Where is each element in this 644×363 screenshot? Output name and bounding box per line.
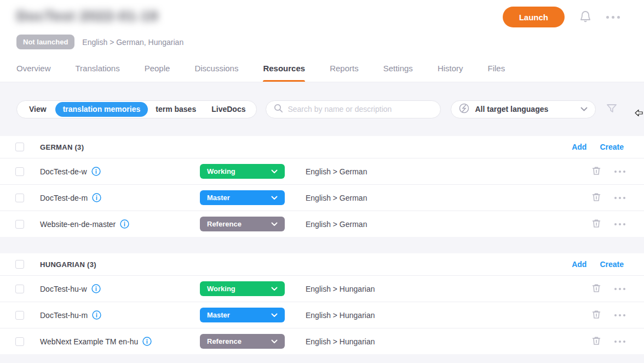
chevron-down-icon xyxy=(271,285,278,293)
tab-resources[interactable]: Resources xyxy=(263,64,305,82)
view-option-livedocs[interactable]: LiveDocs xyxy=(204,102,253,117)
tab-files[interactable]: Files xyxy=(488,64,505,82)
row-checkbox[interactable] xyxy=(15,220,24,229)
table-row: WebNext Example TM en-hu Reference Engli… xyxy=(0,328,644,354)
main-tabs: Overview Translations People Discussions… xyxy=(16,64,530,82)
delete-button[interactable] xyxy=(591,218,601,230)
tm-role-dropdown[interactable]: Master xyxy=(200,308,285,322)
resource-list: GERMAN (3) Add Create DocTest-de-w Worki… xyxy=(0,136,644,354)
tm-language-pair: English > Hungarian xyxy=(306,311,591,320)
tab-discussions[interactable]: Discussions xyxy=(194,64,238,82)
trash-icon xyxy=(591,336,601,348)
group-german: GERMAN (3) Add Create DocTest-de-w Worki… xyxy=(0,136,644,237)
funnel-icon xyxy=(606,103,618,116)
tm-role-dropdown[interactable]: Reference xyxy=(200,217,285,231)
row-more-button[interactable] xyxy=(614,171,625,173)
group-title: GERMAN (3) xyxy=(40,143,84,151)
tab-overview[interactable]: Overview xyxy=(16,64,51,82)
chevron-down-icon xyxy=(271,311,278,319)
chevron-down-icon xyxy=(271,194,278,202)
create-link[interactable]: Create xyxy=(600,260,624,269)
view-option-translation-memories[interactable]: translation memories xyxy=(55,102,148,117)
tab-history[interactable]: History xyxy=(438,64,463,82)
add-link[interactable]: Add xyxy=(572,143,586,151)
tm-language-pair: English > Hungarian xyxy=(306,337,591,346)
table-row: DocTest-hu-w Working English > Hungarian xyxy=(0,275,644,302)
tm-role-value: Working xyxy=(207,285,235,293)
add-link[interactable]: Add xyxy=(572,260,586,269)
row-more-button[interactable] xyxy=(614,314,625,316)
row-more-button[interactable] xyxy=(614,223,625,225)
group-select-checkbox[interactable] xyxy=(15,143,24,151)
info-icon[interactable] xyxy=(91,284,101,293)
status-badge: Not launched xyxy=(16,35,74,49)
search-icon xyxy=(274,104,283,115)
group-hungarian: HUNGARIAN (3) Add Create DocTest-hu-w Wo… xyxy=(0,253,644,354)
tm-language-pair: English > Hungarian xyxy=(306,285,591,293)
tm-language-pair: English > German xyxy=(306,220,591,229)
tm-role-value: Working xyxy=(207,167,235,175)
tab-settings[interactable]: Settings xyxy=(383,64,413,82)
row-checkbox[interactable] xyxy=(15,337,24,346)
row-checkbox[interactable] xyxy=(15,194,24,202)
info-icon[interactable] xyxy=(120,219,129,229)
delete-button[interactable] xyxy=(591,283,601,295)
group-select-checkbox[interactable] xyxy=(15,260,24,269)
tm-role-dropdown[interactable]: Master xyxy=(200,190,285,205)
tm-role-dropdown[interactable]: Working xyxy=(200,281,285,296)
group-header: HUNGARIAN (3) Add Create xyxy=(0,253,644,275)
tm-role-value: Reference xyxy=(207,337,242,345)
info-icon[interactable] xyxy=(92,310,101,320)
tm-language-pair: English > German xyxy=(306,194,591,202)
tm-language-pair: English > German xyxy=(306,167,591,176)
view-option-term-bases[interactable]: term bases xyxy=(148,102,204,117)
delete-button[interactable] xyxy=(591,309,601,321)
filter-bar: View translation memories term bases Liv… xyxy=(0,82,644,136)
notifications-button[interactable] xyxy=(579,10,592,25)
tm-role-dropdown[interactable]: Reference xyxy=(200,334,285,349)
tm-role-dropdown[interactable]: Working xyxy=(200,164,285,179)
delete-button[interactable] xyxy=(591,192,601,204)
create-link[interactable]: Create xyxy=(600,143,624,151)
table-row: DocTest-hu-m Master English > Hungarian xyxy=(0,302,644,328)
tab-translations[interactable]: Translations xyxy=(76,64,120,82)
tm-name[interactable]: DocTest-de-m xyxy=(40,194,88,202)
tm-role-value: Master xyxy=(207,311,230,319)
delete-button[interactable] xyxy=(591,336,601,348)
info-icon[interactable] xyxy=(142,337,152,346)
trash-icon xyxy=(591,309,601,321)
trash-icon xyxy=(591,283,601,295)
row-more-button[interactable] xyxy=(614,341,625,343)
info-icon[interactable] xyxy=(91,167,101,176)
view-label[interactable]: View xyxy=(20,105,55,114)
advanced-filter-button[interactable] xyxy=(606,103,618,116)
tm-role-value: Reference xyxy=(207,220,242,228)
bell-icon xyxy=(579,10,592,25)
tm-name[interactable]: DocTest-de-w xyxy=(40,167,87,176)
search-input[interactable] xyxy=(288,105,433,114)
group-header: GERMAN (3) Add Create xyxy=(0,136,644,158)
row-checkbox[interactable] xyxy=(15,285,24,293)
tm-name[interactable]: DocTest-hu-w xyxy=(40,285,87,293)
row-checkbox[interactable] xyxy=(15,311,24,320)
launch-button[interactable]: Launch xyxy=(503,7,565,27)
group-title: HUNGARIAN (3) xyxy=(40,260,96,269)
info-icon[interactable] xyxy=(92,193,101,202)
tab-reports[interactable]: Reports xyxy=(330,64,359,82)
ellipsis-icon xyxy=(606,16,620,19)
tm-name[interactable]: Website-en-de-master xyxy=(40,220,116,229)
row-more-button[interactable] xyxy=(614,197,625,199)
tm-name[interactable]: WebNext Example TM en-hu xyxy=(40,337,138,346)
table-row: DocTest-de-w Working English > German xyxy=(0,158,644,184)
delete-button[interactable] xyxy=(591,166,601,178)
tm-name[interactable]: DocTest-hu-m xyxy=(40,311,88,320)
table-row: Website-en-de-master Reference English >… xyxy=(0,211,644,237)
tab-people[interactable]: People xyxy=(145,64,170,82)
chevron-down-icon xyxy=(271,337,278,345)
target-language-filter[interactable]: All target languages xyxy=(451,100,596,118)
header-more-button[interactable] xyxy=(606,16,620,19)
project-title: DocTest 2022-01-19 xyxy=(16,8,158,25)
table-row: DocTest-de-m Master English > German xyxy=(0,184,644,211)
row-more-button[interactable] xyxy=(614,288,625,290)
row-checkbox[interactable] xyxy=(15,167,24,176)
